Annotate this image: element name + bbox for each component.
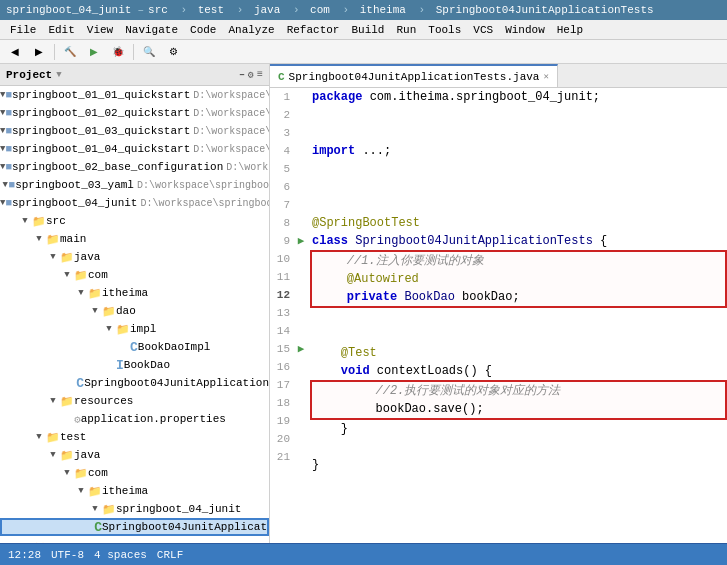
label-dao: dao — [116, 305, 136, 317]
label-target: target — [46, 541, 86, 543]
class-icon-bookdaoimpl: C — [130, 340, 138, 355]
toolbar-debug[interactable]: 🐞 — [107, 42, 129, 62]
toolbar-run[interactable]: ▶ — [83, 42, 105, 62]
tree-item-com-test[interactable]: ▼ 📁 com — [0, 464, 269, 482]
code-line-9: class Springboot04JunitApplicationTests … — [308, 232, 727, 250]
toolbar-back[interactable]: ◀ — [4, 42, 26, 62]
project-panel: Project ▼ – ⚙ ≡ ▼ ■ springboot_01_01_qui… — [0, 64, 270, 543]
toolbar-separator-1 — [54, 44, 55, 60]
tree-arrow-target: ▼ — [18, 542, 32, 543]
label-bookdao: BookDao — [124, 359, 170, 371]
code-line-17: //2.执行要测试的对象对应的方法 — [314, 382, 723, 400]
toolbar-settings[interactable]: ⚙ — [162, 42, 184, 62]
menu-vcs[interactable]: VCS — [467, 22, 499, 38]
tree-item-resources[interactable]: ▼ 📁 resources — [0, 392, 269, 410]
tree-item-com[interactable]: ▼ 📁 com — [0, 266, 269, 284]
code-editor[interactable]: 1 2 3 4 5 6 7 8 9 10 11 12 13 14 15 16 1… — [270, 88, 727, 543]
tree-item-itheima-test[interactable]: ▼ 📁 itheima — [0, 482, 269, 500]
title-bar: springboot_04_junit – src › test › java … — [0, 0, 727, 20]
editor-area: C Springboot04JunitApplicationTests.java… — [270, 64, 727, 543]
toolbar-separator-2 — [133, 44, 134, 60]
label-sb02: springboot_02_base_configuration — [12, 161, 223, 173]
tree-item-sb01-04[interactable]: ▼ ■ springboot_01_04_quickstart D:\works… — [0, 140, 269, 158]
label-bookdaoimpl: BookDaoImpl — [138, 341, 211, 353]
tree-item-target[interactable]: ▼ 📁 target — [0, 538, 269, 543]
tree-item-main[interactable]: ▼ 📁 main — [0, 230, 269, 248]
tree-item-sb01-03[interactable]: ▼ ■ springboot_01_03_quickstart D:\works… — [0, 122, 269, 140]
menu-edit[interactable]: Edit — [42, 22, 80, 38]
menu-file[interactable]: File — [4, 22, 42, 38]
tree-item-java-main[interactable]: ▼ 📁 java — [0, 248, 269, 266]
label-com: com — [88, 269, 108, 281]
menu-analyze[interactable]: Analyze — [222, 22, 280, 38]
tree-item-itheima[interactable]: ▼ 📁 itheima — [0, 284, 269, 302]
tree-arrow-java-test: ▼ — [46, 450, 60, 460]
toolbar-search[interactable]: 🔍 — [138, 42, 160, 62]
tree-arrow-main: ▼ — [32, 234, 46, 244]
tree-item-sb04[interactable]: ▼ ■ springboot_04_junit D:\workspace\spr… — [0, 194, 269, 212]
tree-arrow-com-test: ▼ — [60, 468, 74, 478]
menu-run[interactable]: Run — [390, 22, 422, 38]
menu-view[interactable]: View — [81, 22, 119, 38]
menu-build[interactable]: Build — [345, 22, 390, 38]
tree-arrow-impl: ▼ — [102, 324, 116, 334]
code-line-3 — [308, 124, 727, 142]
label-java-test: java — [74, 449, 100, 461]
menu-refactor[interactable]: Refactor — [281, 22, 346, 38]
tree-item-sb04-test-folder[interactable]: ▼ 📁 springboot_04_junit — [0, 500, 269, 518]
code-line-13 — [308, 308, 727, 326]
panel-filter-icon[interactable]: ≡ — [257, 69, 263, 81]
folder-icon-com: 📁 — [74, 269, 88, 282]
title-path: src › test › java › com › itheima › Spri… — [148, 4, 658, 16]
folder-icon-target: 📁 — [32, 541, 46, 544]
tree-item-sb01-01[interactable]: ▼ ■ springboot_01_01_quickstart D:\works… — [0, 86, 269, 104]
tree-item-dao[interactable]: ▼ 📁 dao — [0, 302, 269, 320]
tree-item-impl[interactable]: ▼ 📁 impl — [0, 320, 269, 338]
tab-close-btn[interactable]: ✕ — [543, 71, 548, 82]
tree-item-sb02[interactable]: ▼ ■ springboot_02_base_configuration D:\… — [0, 158, 269, 176]
label-sb01-03: springboot_01_03_quickstart — [12, 125, 190, 137]
code-line-12: private BookDao bookDao; — [314, 288, 723, 306]
panel-collapse-icon[interactable]: – — [239, 69, 245, 81]
status-indent: 4 spaces — [94, 549, 147, 561]
label-resources: resources — [74, 395, 133, 407]
menu-tools[interactable]: Tools — [422, 22, 467, 38]
tree-arrow-sb04-test-folder: ▼ — [88, 504, 102, 514]
tree-item-src[interactable]: ▼ 📁 src — [0, 212, 269, 230]
module-icon-sb01-01: ■ — [5, 89, 12, 101]
folder-icon-dao: 📁 — [102, 305, 116, 318]
tree-arrow-resources: ▼ — [46, 396, 60, 406]
label-java-main: java — [74, 251, 100, 263]
testclass-icon: C — [94, 520, 102, 535]
tree-item-mainapp[interactable]: C Springboot04JunitApplication — [0, 374, 269, 392]
toolbar-forward[interactable]: ▶ — [28, 42, 50, 62]
tree-item-sb01-02[interactable]: ▼ ■ springboot_01_02_quickstart D:\works… — [0, 104, 269, 122]
folder-icon-test: 📁 — [46, 431, 60, 444]
toolbar: ◀ ▶ 🔨 ▶ 🐞 🔍 ⚙ — [0, 40, 727, 64]
tab-test-class[interactable]: C Springboot04JunitApplicationTests.java… — [270, 64, 558, 88]
tree-item-bookdao[interactable]: I BookDao — [0, 356, 269, 374]
tree-arrow-dao: ▼ — [88, 306, 102, 316]
tree-item-test-class[interactable]: C Springboot04JunitApplicat — [0, 518, 269, 536]
props-icon-appprops: ⚙ — [74, 413, 81, 426]
menu-help[interactable]: Help — [551, 22, 589, 38]
label-sb03: springboot_03_yaml — [15, 179, 134, 191]
toolbar-build[interactable]: 🔨 — [59, 42, 81, 62]
tree-item-bookdaoimpl[interactable]: C BookDaoImpl — [0, 338, 269, 356]
module-icon-sb01-03: ■ — [5, 125, 12, 137]
code-line-2 — [308, 106, 727, 124]
code-line-11: @Autowired — [314, 270, 723, 288]
run-icon-class[interactable]: ▶ — [294, 232, 308, 250]
run-icon-method[interactable]: ▶ — [294, 340, 308, 358]
panel-title: Project — [6, 69, 52, 81]
tree-item-appprops[interactable]: ⚙ application.properties — [0, 410, 269, 428]
tree-item-sb03[interactable]: ▼ ■ springboot_03_yaml D:\workspace\spri… — [0, 176, 269, 194]
tree-item-test[interactable]: ▼ 📁 test — [0, 428, 269, 446]
panel-gear-icon[interactable]: ⚙ — [248, 69, 254, 81]
menu-code[interactable]: Code — [184, 22, 222, 38]
tree-item-java-test[interactable]: ▼ 📁 java — [0, 446, 269, 464]
label-src: src — [46, 215, 66, 227]
menu-navigate[interactable]: Navigate — [119, 22, 184, 38]
code-lines[interactable]: package com.itheima.springboot_04_junit;… — [308, 88, 727, 543]
menu-window[interactable]: Window — [499, 22, 551, 38]
